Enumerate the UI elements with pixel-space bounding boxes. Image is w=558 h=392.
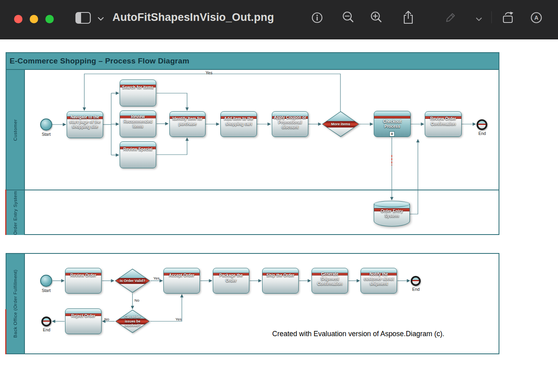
- datastore-order-entry-system: Order Entry System: [374, 201, 410, 227]
- gateway-can-issues-be-resolved: Can order issues be resolved?: [115, 310, 150, 333]
- task-ship-order: Ship the Order: [262, 268, 299, 294]
- end-event-customer: [477, 119, 487, 130]
- edge-label-resolve-yes: Yes: [175, 317, 182, 321]
- window-title: AutoFitShapesInVisio_Out.png: [112, 11, 274, 24]
- start-event-label: Start: [35, 132, 57, 137]
- annotate-button[interactable]: A: [530, 12, 543, 26]
- task-label: Ship the Order: [263, 273, 297, 278]
- task-label: Review Order Confirmation: [426, 116, 460, 126]
- zoom-in-icon: [370, 10, 383, 24]
- diagram-title-bar: E-Commerce Shopping – Process Flow Diagr…: [6, 53, 499, 70]
- task-label: Checkout Process: [375, 119, 409, 129]
- share-button[interactable]: [402, 10, 415, 27]
- share-icon: [402, 10, 415, 26]
- task-label: Review Recommended Items: [121, 114, 155, 129]
- end-event-fulfillment: [411, 276, 421, 286]
- zoom-in-button[interactable]: [370, 10, 383, 26]
- markup-pencil-icon: [444, 11, 457, 24]
- edge-label-yes-loop: Yes: [206, 70, 212, 75]
- task-package-order: Package the Order: [213, 268, 249, 294]
- task-review-recommended: Review Recommended Items: [120, 110, 156, 137]
- zoom-out-button[interactable]: [342, 10, 355, 26]
- close-button[interactable]: [14, 15, 22, 23]
- evaluation-watermark: Created with Evaluation version of Aspos…: [272, 330, 444, 338]
- task-search-items: Search for items: [120, 80, 156, 106]
- diagram-canvas: E-Commerce Shopping – Process Flow Diagr…: [0, 0, 558, 392]
- minimize-button[interactable]: [30, 15, 38, 23]
- task-label: Generate Shipment Confirmation: [313, 272, 347, 287]
- edge-label-resolve-no: No: [104, 317, 109, 321]
- task-navigate-start-page: Navigate to the start page of the shoppi…: [67, 111, 103, 138]
- zoom-out-icon: [342, 10, 355, 24]
- end-event-label: End: [38, 327, 55, 332]
- edge-label-valid-no: No: [134, 298, 139, 302]
- lane-label-back-office: Back Office (Order Fulfillment): [6, 254, 25, 353]
- red-edge-mark: [5, 309, 6, 354]
- lane-divider: [6, 190, 499, 190]
- lane-label-order-entry-system: Order Entry System: [6, 190, 25, 235]
- red-edge-mark: [5, 190, 6, 235]
- end-event-reject: [41, 316, 51, 327]
- lane-order-entry-text: Order Entry System: [13, 191, 18, 235]
- task-review-order-confirmation: Review Order Confirmation: [425, 111, 462, 137]
- task-label: Add item to the shopping cart: [222, 116, 256, 126]
- task-label: Identify Item for purchase: [171, 116, 204, 126]
- gateway-more-items: More items: [322, 111, 359, 137]
- start-event-label: Start: [35, 288, 57, 293]
- chevron-down-icon: [98, 17, 104, 21]
- info-icon: [311, 12, 324, 24]
- task-review-special: Review Special: [120, 141, 156, 168]
- rotate-icon: [501, 10, 517, 25]
- task-label: Navigate to the start page of the shoppi…: [68, 115, 102, 130]
- svg-text:A: A: [534, 14, 538, 21]
- task-label: Review Special: [121, 147, 155, 152]
- sidebar-icon: [75, 11, 92, 25]
- task-accept-order: Accept Order: [163, 268, 200, 294]
- lane-label-customer: Customer: [6, 70, 25, 190]
- lane-customer-text: Customer: [13, 119, 18, 141]
- annotate-a-icon: A: [530, 12, 543, 24]
- task-generate-shipment-confirmation: Generate Shipment Confirmation: [312, 268, 348, 294]
- diagram-title: E-Commerce Shopping – Process Flow Diagr…: [6, 57, 189, 65]
- task-review-order: Review Order: [65, 268, 102, 294]
- window-titlebar: AutoFitShapesInVisio_Out.png: [0, 0, 558, 39]
- pool-ecommerce: E-Commerce Shopping – Process Flow Diagr…: [6, 52, 499, 235]
- datastore-label: Order Entry System: [375, 209, 409, 218]
- markup-chevron-button[interactable]: [476, 16, 482, 23]
- subprocess-plus-marker: +: [389, 131, 395, 137]
- task-identify-item: Identify Item for purchase: [169, 111, 206, 137]
- end-event-label: End: [474, 131, 491, 136]
- zoom-button[interactable]: [45, 15, 54, 23]
- start-event-customer: [40, 118, 52, 131]
- start-event-back-office: [40, 275, 52, 287]
- task-add-item-cart: Add item to the shopping cart: [220, 111, 257, 137]
- end-event-label: End: [407, 287, 424, 292]
- gateway-label: Can order issues be resolved?: [115, 310, 150, 333]
- sidebar-chevron-button[interactable]: [98, 16, 104, 23]
- task-label: Apply Coupon or Promotional discount: [273, 115, 307, 130]
- rotate-button[interactable]: [501, 10, 517, 27]
- task-reject-order: Reject Order: [65, 308, 102, 334]
- task-label: Package the Order: [214, 273, 248, 283]
- lane-back-office-text: Back Office (Order Fulfillment): [13, 270, 18, 338]
- task-label: Reject Order: [66, 314, 100, 318]
- markup-button[interactable]: [444, 11, 457, 25]
- task-label: Notify the customer about shipment: [362, 272, 396, 287]
- task-label: Review Order: [66, 273, 100, 278]
- task-label: Search for items: [121, 85, 155, 90]
- task-notify-customer: Notify the customer about shipment: [360, 268, 397, 294]
- chevron-down-icon: [476, 18, 482, 22]
- edge-label-valid-yes: Yes: [153, 276, 160, 280]
- task-apply-coupon: Apply Coupon or Promotional discount: [272, 111, 308, 137]
- info-button[interactable]: [311, 12, 324, 26]
- toolbar-divider: [491, 11, 492, 23]
- gateway-label: More items: [322, 111, 359, 137]
- gateway-is-order-valid: Is Order Valid?: [115, 269, 150, 293]
- cylinder-top: [374, 201, 410, 207]
- gateway-label: Is Order Valid?: [115, 269, 150, 293]
- task-label: Accept Order: [165, 273, 199, 278]
- sidebar-toggle-button[interactable]: [75, 11, 92, 27]
